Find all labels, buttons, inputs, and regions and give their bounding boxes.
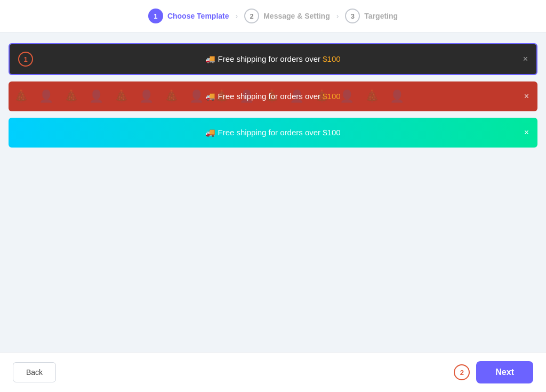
template-3-close-button[interactable]: × xyxy=(524,128,529,137)
template-red-banner: 🎄 👤 🎄 👤 🎄 👤 🎄 👤 🎄 👤 🎄 👤 🎄 👤 🎄 👤 🚚 Free s… xyxy=(9,81,537,111)
template-card-2[interactable]: 🎄 👤 🎄 👤 🎄 👤 🎄 👤 🎄 👤 🎄 👤 🎄 👤 🎄 👤 🚚 Free s… xyxy=(9,81,537,111)
step-3[interactable]: 3 Targeting xyxy=(345,9,398,23)
footer-right: 2 Next xyxy=(454,361,533,383)
step-1-label: Choose Template xyxy=(167,12,229,20)
step-1-circle: 1 xyxy=(148,9,163,23)
template-2-text: 🚚 Free shipping for orders over $100 xyxy=(205,92,340,101)
step-2[interactable]: 2 Message & Setting xyxy=(244,9,330,23)
pattern-icon-1: 🎄 xyxy=(14,89,28,103)
pattern-icon-8: 👤 xyxy=(189,89,204,103)
step-3-circle: 3 xyxy=(345,9,360,23)
template-gradient-banner: 🚚 Free shipping for orders over $100 × xyxy=(9,118,537,148)
step-2-circle: 2 xyxy=(244,9,259,23)
template-3-highlight: $100 xyxy=(323,128,340,137)
pattern-icon-16: 👤 xyxy=(390,89,404,103)
template-1-highlight: $100 xyxy=(323,54,340,63)
pattern-icon-6: 👤 xyxy=(139,89,154,103)
pattern-icon-4: 👤 xyxy=(89,89,103,103)
template-card-3[interactable]: 🚚 Free shipping for orders over $100 × xyxy=(9,118,537,148)
template-1-text: 🚚 Free shipping for orders over $100 xyxy=(205,54,340,64)
step-1[interactable]: 1 Choose Template xyxy=(148,9,229,23)
template-card-1[interactable]: 1 🚚 Free shipping for orders over $100 × xyxy=(9,43,537,75)
template-2-highlight: $100 xyxy=(323,92,340,101)
next-button[interactable]: Next xyxy=(476,361,533,383)
template-list: 1 🚚 Free shipping for orders over $100 ×… xyxy=(0,32,546,352)
pattern-icon-3: 🎄 xyxy=(64,89,78,103)
next-step-badge: 2 xyxy=(454,364,470,380)
template-2-close-button[interactable]: × xyxy=(524,92,529,101)
stepper: 1 Choose Template › 2 Message & Setting … xyxy=(0,0,546,32)
pattern-icon-7: 🎄 xyxy=(164,89,179,103)
back-button[interactable]: Back xyxy=(13,362,56,382)
step-2-label: Message & Setting xyxy=(263,12,330,20)
footer: Back 2 Next xyxy=(0,352,546,392)
step-arrow-2: › xyxy=(336,12,339,20)
step-3-label: Targeting xyxy=(364,12,398,20)
template-1-badge: 1 xyxy=(18,52,33,67)
pattern-icon-15: 🎄 xyxy=(365,89,379,103)
template-3-text: 🚚 Free shipping for orders over $100 xyxy=(205,128,340,137)
pattern-icon-5: 🎄 xyxy=(114,89,129,103)
pattern-icon-2: 👤 xyxy=(39,89,53,103)
step-arrow-1: › xyxy=(236,12,238,20)
template-1-close-button[interactable]: × xyxy=(523,54,528,64)
pattern-icon-14: 👤 xyxy=(340,89,354,103)
template-dark-banner: 1 🚚 Free shipping for orders over $100 × xyxy=(10,44,536,74)
